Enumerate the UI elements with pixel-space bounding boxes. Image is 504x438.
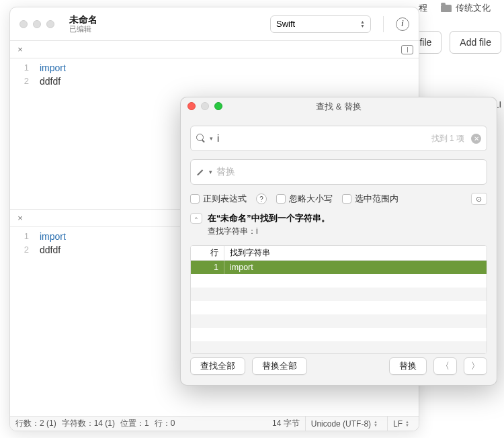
line-number: 2 (10, 243, 29, 257)
summary-sub: 查找字符串：i (208, 226, 330, 237)
replace-button[interactable]: 替换 (389, 357, 427, 375)
status-row: 行：0 (155, 418, 175, 429)
find-footer: 查找全部 替换全部 替换 〈 〉 (181, 354, 497, 385)
bg-text: 程 (419, 2, 427, 14)
results-table: 行 找到字符串 1 import (190, 245, 487, 354)
result-row[interactable]: 1 import (191, 261, 487, 274)
background-buttons: file Add file (409, 31, 504, 54)
window-titles: 未命名 已编辑 (69, 14, 97, 34)
gutter-bottom: 1 2 (10, 227, 34, 416)
code-line: ddfdf (40, 75, 419, 88)
find-all-button[interactable]: 查找全部 (190, 357, 245, 375)
status-bar: 行数：2 (1) 字符数：14 (1) 位置：1 行：0 14 字节 Unico… (10, 416, 419, 431)
cell-line: 1 (191, 261, 224, 274)
clear-icon[interactable]: ✕ (471, 134, 481, 144)
find-options: 正则表达式 ? 忽略大小写 选中范围内 ⊙ (190, 193, 487, 205)
bg-folder-item[interactable]: 传统文化 (441, 2, 491, 14)
window-title: 未命名 (69, 14, 97, 25)
bg-folder-label: 传统文化 (456, 2, 491, 14)
gutter-top: 1 2 (10, 58, 34, 209)
search-field[interactable]: ▾ i 找到 1 项 ✕ (190, 126, 487, 151)
editor-tabbar-top: × (10, 41, 419, 58)
find-title: 查找 & 替换 (316, 101, 362, 113)
traffic-max[interactable] (214, 102, 222, 110)
replace-field[interactable]: ▾ 替换 (190, 159, 487, 185)
language-value: Swift (276, 19, 295, 29)
cell-string: import (224, 263, 253, 272)
editor-titlebar[interactable]: 未命名 已编辑 Swift ▲▼ i (10, 7, 419, 41)
code-line: import (40, 61, 419, 75)
language-select[interactable]: Swift ▲▼ (270, 15, 371, 33)
traffic-close[interactable] (19, 20, 28, 28)
window-subtitle: 已编辑 (69, 25, 97, 34)
option-ignore-case[interactable]: 忽略大小写 (276, 193, 333, 205)
option-in-selection[interactable]: 选中范围内 (342, 193, 398, 205)
checkbox[interactable] (276, 194, 286, 204)
checkbox[interactable] (190, 194, 200, 204)
traffic-min[interactable] (201, 102, 209, 110)
next-result-button[interactable]: 〉 (464, 357, 487, 375)
tab-close-button[interactable]: × (15, 45, 25, 54)
pencil-icon (196, 168, 205, 177)
window-traffic-lights (19, 20, 54, 28)
line-number: 2 (10, 75, 29, 88)
status-encoding[interactable]: Unicode (UTF-8) ▲▼ (305, 417, 382, 431)
search-result-count: 找到 1 项 (431, 133, 464, 144)
col-line[interactable]: 行 (191, 246, 224, 260)
search-icon (196, 134, 206, 143)
code-body-top[interactable]: import ddfdf (34, 58, 419, 88)
traffic-close[interactable] (187, 102, 196, 110)
tab-close-button[interactable]: × (15, 214, 25, 223)
help-icon[interactable]: ? (256, 193, 267, 204)
stepper-icon: ▲▼ (374, 421, 378, 427)
find-titlebar[interactable]: 查找 & 替换 (181, 97, 497, 116)
folder-icon (441, 5, 452, 12)
sidebar-toggle-icon[interactable] (401, 45, 413, 54)
line-number: 1 (10, 61, 29, 75)
find-traffic-lights (187, 102, 222, 110)
status-lines: 行数：2 (1) (15, 418, 56, 429)
summary-main: 在“未命名”中找到一个字符串。 (208, 213, 330, 224)
chevron-down-icon[interactable]: ▾ (210, 135, 213, 142)
replace-placeholder: 替换 (216, 166, 481, 178)
option-label: 忽略大小写 (289, 193, 333, 205)
collapse-toggle[interactable]: ^ (190, 213, 202, 224)
option-label: 正则表达式 (203, 193, 247, 205)
checkbox[interactable] (342, 194, 351, 204)
replace-all-button[interactable]: 替换全部 (252, 357, 307, 375)
status-bytes: 14 字节 (272, 418, 300, 429)
status-line-ending[interactable]: LF ▲▼ (387, 417, 413, 431)
option-regex[interactable]: 正则表达式 (190, 193, 247, 205)
stepper-icon: ▲▼ (405, 421, 409, 427)
status-position: 位置：1 (120, 418, 149, 429)
status-chars: 字符数：14 (1) (62, 418, 115, 429)
results-header: 行 找到字符串 (191, 246, 487, 261)
find-replace-window: 查找 & 替换 ▾ i 找到 1 项 ✕ ▾ 替换 正则表达式 ? 忽略大小写 (180, 97, 497, 386)
stepper-icon: ▲▼ (360, 20, 365, 28)
toolbar-divider (383, 16, 384, 32)
col-string[interactable]: 找到字符串 (224, 247, 270, 259)
search-value[interactable]: i (217, 133, 427, 144)
prev-result-button[interactable]: 〈 (433, 357, 457, 375)
find-summary: ^ 在“未命名”中找到一个字符串。 查找字符串：i (190, 213, 487, 237)
chevron-down-icon[interactable]: ▾ (209, 169, 212, 175)
find-body: ▾ i 找到 1 项 ✕ ▾ 替换 正则表达式 ? 忽略大小写 选中范围内 (181, 116, 497, 354)
option-label: 选中范围内 (355, 193, 398, 205)
line-number: 1 (10, 230, 29, 243)
bg-button-add-file[interactable]: Add file (450, 31, 501, 54)
results-empty-rows (191, 274, 487, 353)
traffic-max[interactable] (46, 20, 54, 28)
more-options-button[interactable]: ⊙ (471, 193, 487, 205)
info-icon[interactable]: i (396, 17, 409, 31)
traffic-min[interactable] (33, 20, 41, 28)
